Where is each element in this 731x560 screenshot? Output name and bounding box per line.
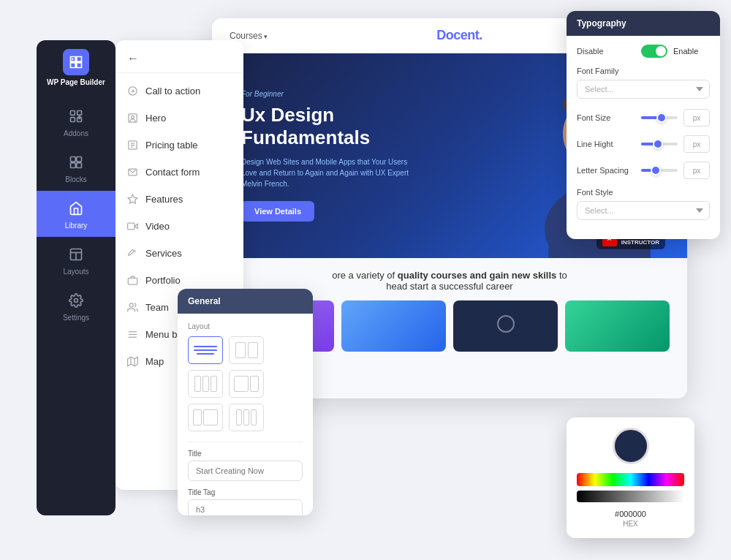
- font-style-section: Font Style Select...: [577, 188, 710, 220]
- svg-rect-0: [71, 111, 75, 116]
- font-family-label: Font Family: [577, 67, 710, 75]
- layout-section-label: Layout: [188, 322, 303, 330]
- hex-label: HEX: [577, 520, 684, 528]
- color-spectrum[interactable]: [577, 473, 684, 486]
- sidebar-item-layouts[interactable]: Layouts: [37, 237, 115, 283]
- sidebar-brand-name: WP Page Builder: [47, 78, 105, 87]
- title-tag-label: Title Tag: [188, 488, 303, 496]
- list-item-pricing[interactable]: Pricing table: [115, 132, 243, 159]
- addons-icon: [66, 106, 86, 126]
- card-blue: [341, 300, 446, 352]
- sidebar-item-library[interactable]: Library: [37, 191, 115, 237]
- team-icon: [127, 302, 138, 313]
- svg-rect-4: [71, 157, 76, 162]
- layout-equal-three[interactable]: [229, 404, 264, 431]
- library-icon: [66, 198, 86, 219]
- svg-rect-22: [128, 223, 135, 230]
- portfolio-icon: [127, 275, 138, 286]
- svg-rect-1: [77, 111, 82, 116]
- layouts-label: Layouts: [63, 268, 88, 276]
- layout-three-col[interactable]: [188, 370, 223, 398]
- list-item-video[interactable]: Video: [115, 213, 243, 240]
- layout-sidebar-right[interactable]: [229, 370, 264, 398]
- hero-icon: [127, 113, 138, 124]
- pricing-icon: [127, 140, 138, 151]
- layout-options: [188, 336, 303, 431]
- list-item-services[interactable]: Services: [115, 240, 243, 267]
- disable-enable-row: Disable Enable: [577, 45, 710, 58]
- enable-toggle[interactable]: [641, 45, 667, 58]
- line-height-slider[interactable]: [641, 137, 678, 151]
- blocks-icon: [66, 152, 86, 173]
- font-size-row: Font Size px: [577, 109, 710, 126]
- toggle-track[interactable]: [641, 45, 667, 58]
- hero-cta-button[interactable]: View Details: [241, 201, 314, 222]
- svg-rect-24: [128, 278, 137, 284]
- toggle-thumb: [656, 46, 666, 56]
- features-icon: [127, 194, 138, 205]
- map-icon: [127, 356, 138, 367]
- font-size-unit: px: [683, 109, 710, 126]
- title-label: Title: [188, 450, 303, 458]
- cta-icon: [127, 86, 138, 97]
- hex-value: #000000: [577, 510, 684, 518]
- letter-spacing-row: Letter Spacing px: [577, 162, 710, 179]
- svg-point-25: [129, 303, 133, 307]
- list-item-hero[interactable]: Hero: [115, 105, 243, 132]
- list-item-cta[interactable]: Call to action: [115, 77, 243, 105]
- line-height-label: Line Hight: [577, 140, 635, 148]
- font-size-slider[interactable]: [641, 111, 678, 124]
- contact-icon: [127, 167, 138, 178]
- sidebar: WP Page Builder Addons Blocks Libra: [37, 40, 115, 515]
- sidebar-item-blocks[interactable]: Blocks: [37, 145, 115, 191]
- video-icon: [127, 221, 138, 232]
- hero-description: Design Web Sites and Mobile Apps that Yo…: [241, 156, 417, 189]
- services-icon: [127, 248, 138, 259]
- sidebar-item-addons[interactable]: Addons: [37, 99, 115, 145]
- color-bw-slider[interactable]: [577, 491, 684, 502]
- addons-label: Addons: [64, 129, 88, 137]
- letter-spacing-unit: px: [683, 162, 710, 179]
- disable-label: Disable: [577, 47, 635, 56]
- svg-marker-29: [128, 357, 138, 366]
- library-label: Library: [65, 222, 88, 230]
- general-panel-header: General: [178, 289, 313, 314]
- letter-spacing-label: Letter Spacing: [577, 166, 635, 175]
- font-style-select[interactable]: Select...: [577, 201, 710, 220]
- layout-sidebar-left[interactable]: [188, 404, 223, 431]
- color-preview-circle[interactable]: [613, 428, 649, 464]
- svg-point-14: [132, 116, 135, 118]
- list-item-contact[interactable]: Contact form: [115, 159, 243, 186]
- card-dark: [453, 300, 558, 352]
- logo-icon: [69, 55, 83, 69]
- list-item-features[interactable]: Features: [115, 186, 243, 213]
- layout-single[interactable]: [188, 336, 223, 364]
- title-input[interactable]: [188, 461, 303, 481]
- sidebar-logo: [63, 49, 89, 75]
- sidebar-item-settings[interactable]: Settings: [37, 283, 115, 329]
- font-style-label: Font Style: [577, 188, 710, 197]
- panel-header: ←: [115, 40, 243, 73]
- settings-icon: [66, 290, 86, 311]
- line-height-row: Line Hight px: [577, 135, 710, 153]
- svg-rect-7: [77, 163, 82, 168]
- svg-marker-21: [135, 224, 137, 228]
- layout-two-col[interactable]: [229, 336, 264, 364]
- settings-label: Settings: [63, 314, 89, 322]
- back-button[interactable]: ←: [127, 52, 139, 65]
- letter-spacing-slider[interactable]: [641, 164, 678, 177]
- svg-marker-20: [128, 194, 137, 203]
- font-family-section: Font Family Select...: [577, 67, 710, 99]
- svg-rect-6: [71, 163, 76, 168]
- svg-line-23: [135, 250, 136, 251]
- title-tag-input[interactable]: [188, 499, 303, 515]
- font-family-select[interactable]: Select...: [577, 80, 710, 99]
- enable-label: Enable: [673, 47, 698, 56]
- typography-panel: Typography Disable Enable Font Family Se…: [567, 11, 720, 239]
- menubar-icon: [127, 329, 138, 340]
- nav-courses-link[interactable]: Courses: [230, 31, 268, 41]
- svg-rect-5: [77, 157, 82, 162]
- blocks-label: Blocks: [65, 175, 86, 183]
- font-size-label: Font Size: [577, 113, 635, 122]
- line-height-unit: px: [683, 135, 710, 153]
